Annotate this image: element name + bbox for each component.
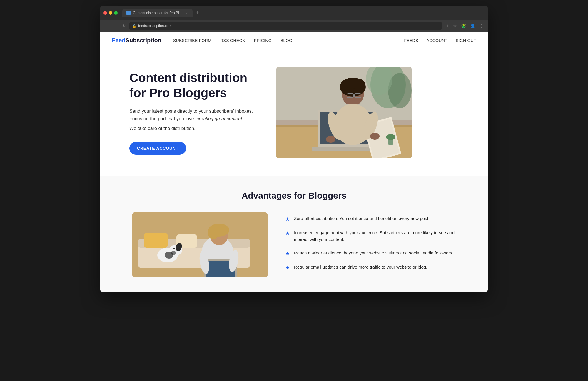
advantages-image (132, 212, 268, 277)
advantages-image-visual (132, 212, 268, 277)
hero-section: Content distribution for Pro Bloggers Se… (100, 49, 488, 176)
minimize-button[interactable] (109, 11, 112, 15)
nav-blog[interactable]: BLOG (280, 38, 292, 43)
advantage-item-4: ★ Regular email updates can drive more t… (285, 264, 456, 271)
hero-desc-italic: creating great content (197, 116, 242, 121)
advantage-text-4: Regular email updates can drive more tra… (294, 264, 427, 271)
menu-icon[interactable]: ⋮ (478, 22, 485, 29)
nav-links: SUBSCRIBE FORM RSS CHECK PRICING BLOG (173, 38, 404, 43)
logo[interactable]: FeedSubscription (112, 37, 161, 44)
share-icon[interactable]: ⬆ (444, 22, 450, 29)
star-icon-1: ★ (285, 216, 290, 222)
browser-titlebar: Content distribution for Pro Bl... ✕ + (100, 6, 488, 20)
star-icon-3: ★ (285, 250, 290, 257)
advantage-text-3: Reach a wider audience, beyond your webs… (294, 250, 453, 257)
traffic-lights (103, 11, 118, 15)
logo-feed: Feed (112, 37, 126, 44)
browser-toolbar: ← → ↻ 🔒 feedsubscription.com ⬆ ☆ 🧩 👤 ⋮ (100, 20, 488, 32)
tab-title: Content distribution for Pro Bl... (133, 11, 182, 15)
advantages-section: Advantages for Bloggers (100, 176, 488, 292)
url-text: feedsubscription.com (138, 24, 171, 28)
back-button[interactable]: ← (103, 22, 110, 29)
advantage-item-1: ★ Zero-effort distribution: You set it o… (285, 215, 456, 222)
advantages-content: ★ Zero-effort distribution: You set it o… (132, 212, 456, 277)
tab-close-icon[interactable]: ✕ (184, 11, 188, 15)
forward-button[interactable]: → (112, 22, 119, 29)
nav-right: FEEDS ACCOUNT SIGN OUT (404, 38, 476, 43)
nav-pricing[interactable]: PRICING (254, 38, 272, 43)
hero-desc-end: . (242, 116, 243, 121)
hero-image-visual (276, 67, 412, 158)
svg-point-36 (171, 251, 176, 255)
page-content: FeedSubscription SUBSCRIBE FORM RSS CHEC… (100, 32, 488, 292)
svg-point-43 (208, 225, 218, 239)
star-icon-2: ★ (285, 230, 290, 237)
browser-window: Content distribution for Pro Bl... ✕ + ←… (100, 6, 488, 292)
lock-icon: 🔒 (132, 24, 136, 28)
hero-description: Send your latest posts directly to your … (129, 107, 259, 122)
create-account-button[interactable]: CREATE ACCOUNT (129, 142, 186, 155)
address-bar[interactable]: 🔒 feedsubscription.com (129, 22, 442, 30)
hero-description-2: We take care of the distribution. (129, 125, 259, 132)
advantage-text-1: Zero-effort distribution: You set it onc… (294, 215, 430, 222)
svg-rect-31 (144, 233, 168, 248)
hero-title: Content distribution for Pro Bloggers (129, 71, 259, 100)
advantages-list: ★ Zero-effort distribution: You set it o… (285, 212, 456, 277)
close-button[interactable] (103, 11, 107, 15)
profile-icon[interactable]: 👤 (469, 22, 476, 29)
advantage-item-2: ★ Increased engagement with your audienc… (285, 229, 456, 243)
maximize-button[interactable] (114, 11, 118, 15)
main-nav: FeedSubscription SUBSCRIBE FORM RSS CHEC… (100, 32, 488, 49)
refresh-button[interactable]: ↻ (121, 22, 127, 29)
advantages-title: Advantages for Bloggers (112, 191, 476, 201)
bookmark-icon[interactable]: ☆ (452, 22, 458, 29)
advantage-item-3: ★ Reach a wider audience, beyond your we… (285, 250, 456, 257)
nav-feeds[interactable]: FEEDS (404, 38, 418, 43)
advantage-text-2: Increased engagement with your audience:… (294, 229, 456, 243)
svg-point-25 (370, 133, 380, 140)
star-icon-4: ★ (285, 264, 290, 271)
svg-point-38 (173, 248, 175, 249)
hero-image (276, 67, 412, 158)
hero-content: Content distribution for Pro Bloggers Se… (129, 71, 259, 155)
browser-tab[interactable]: Content distribution for Pro Bl... ✕ (122, 9, 193, 17)
new-tab-button[interactable]: + (196, 10, 199, 16)
svg-point-17 (344, 78, 362, 89)
tab-favicon (126, 11, 131, 15)
logo-subscription: Subscription (126, 37, 161, 44)
extension-icon[interactable]: 🧩 (460, 22, 467, 29)
nav-sign-out[interactable]: SIGN OUT (456, 38, 476, 43)
toolbar-actions: ⬆ ☆ 🧩 👤 ⋮ (444, 22, 485, 29)
nav-account[interactable]: ACCOUNT (427, 38, 447, 43)
svg-point-24 (326, 136, 335, 143)
svg-point-27 (386, 134, 395, 140)
nav-subscribe-form[interactable]: SUBSCRIBE FORM (173, 38, 211, 43)
nav-rss-check[interactable]: RSS CHECK (220, 38, 245, 43)
